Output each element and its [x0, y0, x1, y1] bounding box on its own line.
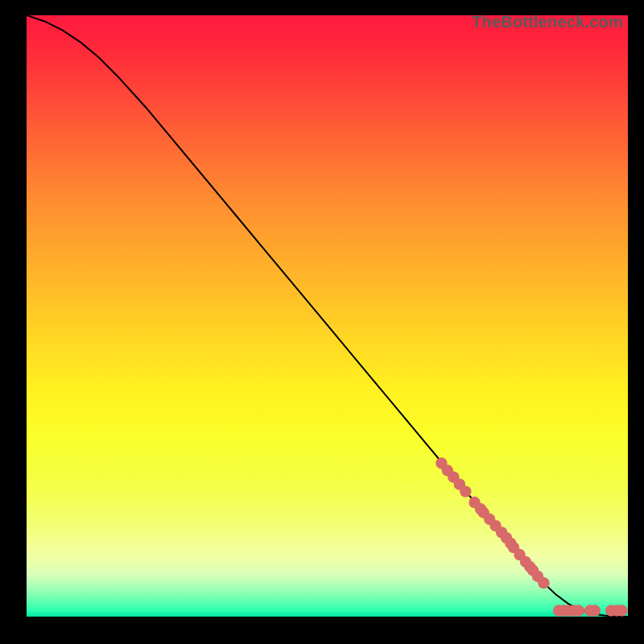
data-marker	[460, 485, 471, 497]
data-marker	[538, 577, 549, 588]
data-marker	[589, 605, 601, 616]
data-marker	[616, 605, 627, 616]
chart-svg	[27, 15, 628, 617]
curve-line	[27, 15, 628, 617]
marker-group	[436, 457, 628, 616]
curve-path	[27, 15, 628, 617]
plot-area: TheBottleneck.com	[27, 15, 628, 617]
data-marker	[573, 605, 584, 616]
watermark-text: TheBottleneck.com	[472, 15, 623, 31]
chart-stage: TheBottleneck.com	[0, 0, 644, 644]
